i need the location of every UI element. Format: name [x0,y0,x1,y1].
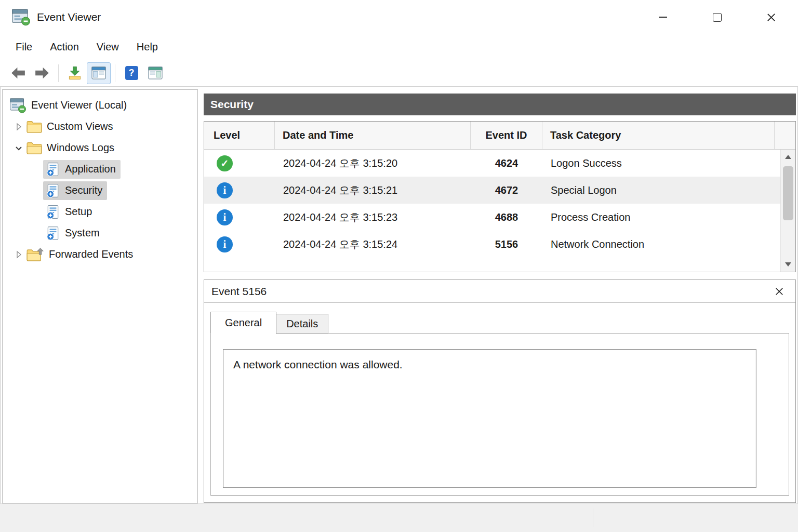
status-bar [0,503,798,532]
event-row-4688[interactable]: 2024-04-24 오후 3:15:23 4688 Process Creat… [204,204,780,231]
action-pane-icon [148,66,163,80]
level-success-icon [217,155,233,171]
tree-item-windows-logs[interactable]: Windows Logs [3,137,197,158]
event-datetime: 2024-04-24 오후 3:15:23 [275,210,471,224]
detail-close-button[interactable] [772,284,787,299]
tree-item-custom-views[interactable]: Custom Views [3,116,197,137]
column-header-level[interactable]: Level [204,122,275,149]
level-information-icon [217,182,233,198]
scroll-down-button[interactable] [781,257,795,272]
event-detail-header: Event 5156 [204,280,795,303]
event-list-body: 2024-04-24 오후 3:15:20 4624 Logon Success… [204,150,795,272]
tree-item-label: Security [65,184,102,196]
menu-file[interactable]: File [7,38,41,56]
menu-bar: File Action View Help [0,34,798,60]
console-tree-icon [91,66,107,80]
console-tree-button[interactable] [87,62,111,84]
menu-help[interactable]: Help [128,38,167,56]
scroll-up-button[interactable] [781,150,795,164]
tab-content-general: A network connection was allowed. [210,333,789,496]
tree-item-label: Forwarded Events [49,248,133,260]
table-scrollbar[interactable] [780,150,795,272]
maximize-icon [713,13,722,22]
event-datetime: 2024-04-24 오후 3:15:24 [275,237,471,251]
event-viewer-app-icon [11,8,30,26]
chevron-right-icon[interactable] [13,249,24,260]
column-header-date-time[interactable]: Date and Time [275,122,471,149]
event-list: Level Date and Time Event ID Task Catego… [204,121,796,272]
event-message: A network connection was allowed. [223,350,756,371]
event-task-category: Logon Success [542,157,775,169]
event-detail-pane: Event 5156 General Details A network con… [204,280,796,503]
tab-details[interactable]: Details [276,314,328,334]
event-id: 5156 [471,238,542,250]
event-log-icon [45,205,61,219]
triangle-down-icon [785,262,791,267]
tree-item-setup[interactable]: Setup [3,201,197,222]
status-bar-separator [593,509,593,527]
tree-item-label: System [65,227,100,239]
event-row-4624[interactable]: 2024-04-24 오후 3:15:20 4624 Logon Success [204,150,780,177]
folder-icon [26,119,42,134]
tree-item-event-viewer-local[interactable]: Event Viewer (Local) [3,95,197,116]
title-bar: Event Viewer [0,0,798,34]
help-button[interactable] [119,62,143,84]
tree-item-application[interactable]: Application [3,158,197,180]
log-title: Security [210,98,254,111]
column-header-task-category[interactable]: Task Category [542,122,775,149]
event-log-icon [45,162,61,177]
triangle-up-icon [785,155,791,159]
chevron-right-icon[interactable] [13,121,24,132]
event-row-4672[interactable]: 2024-04-24 오후 3:15:21 4672 Special Logon [204,177,780,204]
column-header-event-id[interactable]: Event ID [471,122,542,149]
tree-item-security[interactable]: Security [3,180,197,201]
scrollbar-thumb[interactable] [783,166,793,220]
event-id: 4672 [471,184,542,196]
minimize-button[interactable] [636,0,690,34]
event-row-5156[interactable]: 2024-04-24 오후 3:15:24 5156 Network Conne… [204,231,780,258]
tree-item-label: Custom Views [47,121,113,132]
event-viewer-window: Event Viewer File Action View Help Event… [0,0,798,532]
event-task-category: Special Logon [542,184,775,196]
level-information-icon [217,209,233,225]
tree-item-label: Event Viewer (Local) [31,99,127,111]
forward-icon [34,66,50,80]
close-icon [775,286,784,297]
back-button[interactable] [6,62,30,84]
event-list-header: Level Date and Time Event ID Task Catego… [204,122,795,150]
column-header-stub [775,122,795,149]
tree-item-label: Application [65,163,116,175]
event-datetime: 2024-04-24 오후 3:15:21 [275,183,471,197]
event-id: 4688 [471,211,542,223]
tab-general[interactable]: General [210,312,276,334]
tree-item-label: Setup [65,206,92,218]
open-saved-log-button[interactable] [63,62,87,84]
event-viewer-icon [9,97,26,114]
chevron-down-icon[interactable] [13,142,24,154]
menu-view[interactable]: View [88,38,128,56]
menu-action[interactable]: Action [41,38,88,56]
console-tree-panel: Event Viewer (Local) Custom Views Window… [2,89,198,503]
minimize-icon [659,17,667,18]
event-log-icon [45,226,61,241]
help-icon [125,66,138,80]
event-datetime: 2024-04-24 오후 3:15:20 [275,156,471,170]
action-pane-button[interactable] [143,62,167,84]
event-detail-title: Event 5156 [211,285,267,298]
open-saved-log-icon [67,66,83,80]
event-message-box: A network connection was allowed. [223,349,756,488]
back-icon [10,66,26,80]
forward-button[interactable] [30,62,54,84]
window-title: Event Viewer [37,11,101,23]
close-button[interactable] [744,0,798,34]
maximize-button[interactable] [690,0,744,34]
level-information-icon [217,236,233,252]
folder-icon [26,141,42,155]
tree-item-system[interactable]: System [3,222,197,244]
toolbar [0,60,798,87]
toolbar-separator [115,64,115,82]
tree-item-label: Windows Logs [47,142,114,154]
tree-item-forwarded-events[interactable]: Forwarded Events [3,244,197,265]
detail-tabs: General Details [210,311,328,334]
event-task-category: Network Connection [542,238,775,250]
